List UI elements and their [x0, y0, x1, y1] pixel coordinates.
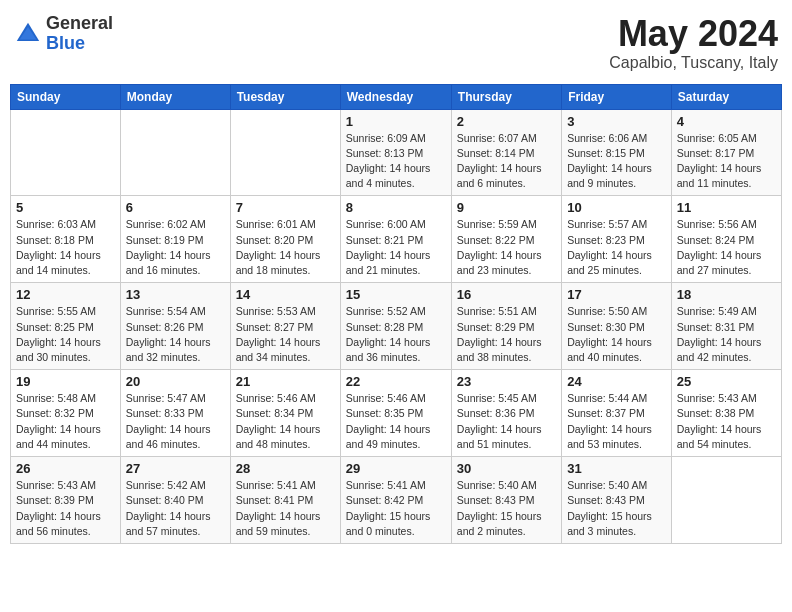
calendar-cell: 25Sunrise: 5:43 AM Sunset: 8:38 PM Dayli… — [671, 370, 781, 457]
day-number: 18 — [677, 287, 776, 302]
day-number: 25 — [677, 374, 776, 389]
calendar-cell: 26Sunrise: 5:43 AM Sunset: 8:39 PM Dayli… — [11, 457, 121, 544]
day-info: Sunrise: 5:46 AM Sunset: 8:35 PM Dayligh… — [346, 391, 446, 452]
calendar-cell: 18Sunrise: 5:49 AM Sunset: 8:31 PM Dayli… — [671, 283, 781, 370]
calendar-cell: 14Sunrise: 5:53 AM Sunset: 8:27 PM Dayli… — [230, 283, 340, 370]
calendar-cell — [230, 109, 340, 196]
day-number: 23 — [457, 374, 556, 389]
calendar-cell — [671, 457, 781, 544]
day-info: Sunrise: 5:54 AM Sunset: 8:26 PM Dayligh… — [126, 304, 225, 365]
logo: General Blue — [14, 14, 113, 54]
day-number: 15 — [346, 287, 446, 302]
day-number: 17 — [567, 287, 666, 302]
day-info: Sunrise: 5:45 AM Sunset: 8:36 PM Dayligh… — [457, 391, 556, 452]
calendar-cell: 6Sunrise: 6:02 AM Sunset: 8:19 PM Daylig… — [120, 196, 230, 283]
day-info: Sunrise: 5:41 AM Sunset: 8:42 PM Dayligh… — [346, 478, 446, 539]
day-number: 31 — [567, 461, 666, 476]
day-number: 2 — [457, 114, 556, 129]
calendar-cell: 15Sunrise: 5:52 AM Sunset: 8:28 PM Dayli… — [340, 283, 451, 370]
location-subtitle: Capalbio, Tuscany, Italy — [609, 54, 778, 72]
day-number: 19 — [16, 374, 115, 389]
day-number: 28 — [236, 461, 335, 476]
header-friday: Friday — [562, 84, 672, 109]
day-info: Sunrise: 6:05 AM Sunset: 8:17 PM Dayligh… — [677, 131, 776, 192]
day-number: 8 — [346, 200, 446, 215]
calendar-cell: 13Sunrise: 5:54 AM Sunset: 8:26 PM Dayli… — [120, 283, 230, 370]
week-row-3: 12Sunrise: 5:55 AM Sunset: 8:25 PM Dayli… — [11, 283, 782, 370]
day-number: 30 — [457, 461, 556, 476]
logo-icon — [14, 20, 42, 48]
month-year-title: May 2024 — [609, 14, 778, 54]
calendar-cell — [11, 109, 121, 196]
title-block: May 2024 Capalbio, Tuscany, Italy — [609, 14, 778, 72]
day-number: 16 — [457, 287, 556, 302]
day-number: 29 — [346, 461, 446, 476]
header-monday: Monday — [120, 84, 230, 109]
day-info: Sunrise: 6:00 AM Sunset: 8:21 PM Dayligh… — [346, 217, 446, 278]
logo-general-text: General — [46, 14, 113, 34]
header-wednesday: Wednesday — [340, 84, 451, 109]
day-info: Sunrise: 5:57 AM Sunset: 8:23 PM Dayligh… — [567, 217, 666, 278]
header-sunday: Sunday — [11, 84, 121, 109]
day-info: Sunrise: 5:55 AM Sunset: 8:25 PM Dayligh… — [16, 304, 115, 365]
day-number: 20 — [126, 374, 225, 389]
calendar-cell: 2Sunrise: 6:07 AM Sunset: 8:14 PM Daylig… — [451, 109, 561, 196]
day-number: 26 — [16, 461, 115, 476]
calendar-cell: 27Sunrise: 5:42 AM Sunset: 8:40 PM Dayli… — [120, 457, 230, 544]
day-number: 1 — [346, 114, 446, 129]
header-saturday: Saturday — [671, 84, 781, 109]
logo-blue-text: Blue — [46, 34, 113, 54]
day-number: 6 — [126, 200, 225, 215]
calendar-cell: 9Sunrise: 5:59 AM Sunset: 8:22 PM Daylig… — [451, 196, 561, 283]
calendar-cell: 17Sunrise: 5:50 AM Sunset: 8:30 PM Dayli… — [562, 283, 672, 370]
day-number: 9 — [457, 200, 556, 215]
day-info: Sunrise: 5:47 AM Sunset: 8:33 PM Dayligh… — [126, 391, 225, 452]
day-number: 12 — [16, 287, 115, 302]
day-info: Sunrise: 5:50 AM Sunset: 8:30 PM Dayligh… — [567, 304, 666, 365]
day-info: Sunrise: 5:59 AM Sunset: 8:22 PM Dayligh… — [457, 217, 556, 278]
calendar-cell: 29Sunrise: 5:41 AM Sunset: 8:42 PM Dayli… — [340, 457, 451, 544]
calendar-cell: 30Sunrise: 5:40 AM Sunset: 8:43 PM Dayli… — [451, 457, 561, 544]
calendar-cell: 10Sunrise: 5:57 AM Sunset: 8:23 PM Dayli… — [562, 196, 672, 283]
calendar-cell: 23Sunrise: 5:45 AM Sunset: 8:36 PM Dayli… — [451, 370, 561, 457]
day-info: Sunrise: 5:46 AM Sunset: 8:34 PM Dayligh… — [236, 391, 335, 452]
calendar-cell: 12Sunrise: 5:55 AM Sunset: 8:25 PM Dayli… — [11, 283, 121, 370]
day-info: Sunrise: 5:49 AM Sunset: 8:31 PM Dayligh… — [677, 304, 776, 365]
day-info: Sunrise: 6:07 AM Sunset: 8:14 PM Dayligh… — [457, 131, 556, 192]
calendar-cell: 7Sunrise: 6:01 AM Sunset: 8:20 PM Daylig… — [230, 196, 340, 283]
day-info: Sunrise: 6:01 AM Sunset: 8:20 PM Dayligh… — [236, 217, 335, 278]
day-number: 4 — [677, 114, 776, 129]
page-header: General Blue May 2024 Capalbio, Tuscany,… — [10, 10, 782, 76]
day-info: Sunrise: 5:56 AM Sunset: 8:24 PM Dayligh… — [677, 217, 776, 278]
calendar-cell: 20Sunrise: 5:47 AM Sunset: 8:33 PM Dayli… — [120, 370, 230, 457]
calendar-cell — [120, 109, 230, 196]
calendar-cell: 16Sunrise: 5:51 AM Sunset: 8:29 PM Dayli… — [451, 283, 561, 370]
day-number: 7 — [236, 200, 335, 215]
day-info: Sunrise: 6:06 AM Sunset: 8:15 PM Dayligh… — [567, 131, 666, 192]
calendar-cell: 31Sunrise: 5:40 AM Sunset: 8:43 PM Dayli… — [562, 457, 672, 544]
day-info: Sunrise: 5:51 AM Sunset: 8:29 PM Dayligh… — [457, 304, 556, 365]
day-number: 21 — [236, 374, 335, 389]
header-thursday: Thursday — [451, 84, 561, 109]
day-info: Sunrise: 5:53 AM Sunset: 8:27 PM Dayligh… — [236, 304, 335, 365]
day-info: Sunrise: 5:42 AM Sunset: 8:40 PM Dayligh… — [126, 478, 225, 539]
day-info: Sunrise: 5:43 AM Sunset: 8:38 PM Dayligh… — [677, 391, 776, 452]
week-row-5: 26Sunrise: 5:43 AM Sunset: 8:39 PM Dayli… — [11, 457, 782, 544]
day-number: 22 — [346, 374, 446, 389]
calendar-cell: 28Sunrise: 5:41 AM Sunset: 8:41 PM Dayli… — [230, 457, 340, 544]
day-number: 10 — [567, 200, 666, 215]
calendar-cell: 21Sunrise: 5:46 AM Sunset: 8:34 PM Dayli… — [230, 370, 340, 457]
week-row-1: 1Sunrise: 6:09 AM Sunset: 8:13 PM Daylig… — [11, 109, 782, 196]
calendar-cell: 4Sunrise: 6:05 AM Sunset: 8:17 PM Daylig… — [671, 109, 781, 196]
calendar-cell: 8Sunrise: 6:00 AM Sunset: 8:21 PM Daylig… — [340, 196, 451, 283]
day-info: Sunrise: 5:40 AM Sunset: 8:43 PM Dayligh… — [457, 478, 556, 539]
day-info: Sunrise: 6:02 AM Sunset: 8:19 PM Dayligh… — [126, 217, 225, 278]
day-info: Sunrise: 5:41 AM Sunset: 8:41 PM Dayligh… — [236, 478, 335, 539]
day-number: 5 — [16, 200, 115, 215]
week-row-2: 5Sunrise: 6:03 AM Sunset: 8:18 PM Daylig… — [11, 196, 782, 283]
day-number: 3 — [567, 114, 666, 129]
day-number: 11 — [677, 200, 776, 215]
calendar-cell: 1Sunrise: 6:09 AM Sunset: 8:13 PM Daylig… — [340, 109, 451, 196]
day-number: 27 — [126, 461, 225, 476]
day-number: 24 — [567, 374, 666, 389]
